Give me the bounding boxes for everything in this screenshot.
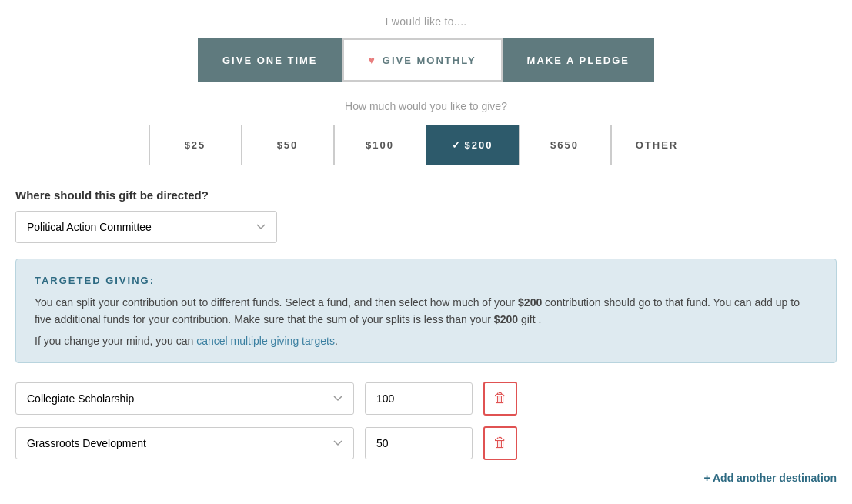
trash-icon-2: 🗑 <box>493 435 507 451</box>
amount-25-button[interactable]: $25 <box>149 125 242 165</box>
amount-650-button[interactable]: $650 <box>519 125 611 165</box>
make-pledge-button[interactable]: MAKE A PLEDGE <box>503 38 654 82</box>
gift-direction-question: Where should this gift be directed? <box>15 189 837 202</box>
fund-amount-input-1[interactable] <box>365 382 473 415</box>
add-destination-button[interactable]: + Add another destination <box>703 472 837 484</box>
gift-direction-select[interactable]: Political Action Committee General Fund … <box>15 211 277 243</box>
trash-icon-1: 🗑 <box>493 390 507 406</box>
amount-prompt: How much would you like to give? <box>15 100 837 112</box>
give-one-time-button[interactable]: GIVE ONE TIME <box>198 38 342 82</box>
page-prompt: I would like to.... <box>15 15 837 28</box>
targeted-giving-cancel-text: If you change your mind, you can cancel … <box>35 335 817 347</box>
fund-row-2: Collegiate Scholarship Grassroots Develo… <box>15 426 837 460</box>
amount-50-button[interactable]: $50 <box>242 125 334 165</box>
targeted-giving-description: You can split your contribution out to d… <box>35 294 817 329</box>
fund-row-1: Collegiate Scholarship Grassroots Develo… <box>15 382 837 416</box>
amount-options: $25 $50 $100 ✓$200 $650 OTHER <box>15 125 837 165</box>
delete-fund-1-button[interactable]: 🗑 <box>483 382 517 416</box>
fund-select-1[interactable]: Collegiate Scholarship Grassroots Develo… <box>15 382 354 415</box>
give-button-group: GIVE ONE TIME ♥ GIVE MONTHLY MAKE A PLED… <box>15 38 837 82</box>
fund-amount-input-2[interactable] <box>365 427 473 459</box>
targeted-giving-box: TARGETED GIVING: You can split your cont… <box>15 259 837 363</box>
heart-icon: ♥ <box>369 54 376 66</box>
give-monthly-button[interactable]: ♥ GIVE MONTHLY <box>342 38 503 82</box>
amount-200-button[interactable]: ✓$200 <box>426 125 519 165</box>
fund-select-2[interactable]: Collegiate Scholarship Grassroots Develo… <box>15 427 354 459</box>
amount-100-button[interactable]: $100 <box>334 125 426 165</box>
cancel-multiple-targets-link[interactable]: cancel multiple giving targets <box>196 335 335 347</box>
amount-other-button[interactable]: OTHER <box>611 125 703 165</box>
delete-fund-2-button[interactable]: 🗑 <box>483 426 517 460</box>
checkmark-icon: ✓ <box>452 139 462 151</box>
targeted-giving-title: TARGETED GIVING: <box>35 275 817 286</box>
give-monthly-label: GIVE MONTHLY <box>383 55 476 66</box>
add-destination-container: + Add another destination <box>15 471 837 485</box>
